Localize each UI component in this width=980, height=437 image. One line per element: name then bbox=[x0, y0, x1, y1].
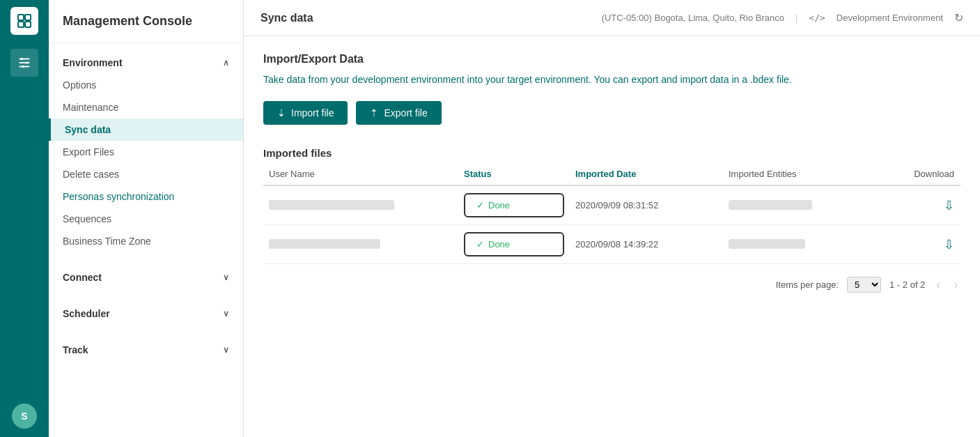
blurred-entities-2 bbox=[729, 239, 805, 249]
pagination-row: Items per page: 5 10 25 1 - 2 of 2 ‹ › bbox=[263, 277, 960, 293]
items-per-page-select[interactable]: 5 10 25 bbox=[847, 277, 881, 293]
top-bar: Sync data (UTC-05:00) Bogota, Lima, Quit… bbox=[244, 0, 980, 36]
download-icon-1[interactable]: ⇩ bbox=[944, 198, 954, 213]
sidebar-item-personas-sync[interactable]: Personas synchronization bbox=[49, 185, 243, 208]
cell-entities-1 bbox=[723, 200, 876, 210]
main-content: Sync data (UTC-05:00) Bogota, Lima, Quit… bbox=[244, 0, 980, 437]
import-file-button[interactable]: ⇣ Import file bbox=[263, 101, 348, 125]
cell-status-1: ✓ Done bbox=[458, 193, 570, 217]
cell-entities-2 bbox=[723, 239, 876, 250]
page-info: 1 - 2 of 2 bbox=[889, 279, 925, 290]
refresh-icon[interactable]: ↻ bbox=[954, 11, 963, 24]
status-wrapper-1: ✓ Done bbox=[464, 193, 564, 217]
svg-point-7 bbox=[21, 58, 24, 61]
svg-point-9 bbox=[22, 66, 24, 68]
app-title: Management Console bbox=[49, 0, 243, 43]
header-username: User Name bbox=[263, 169, 458, 179]
nav-section-track: Track ∨ bbox=[49, 330, 243, 367]
checkmark-icon-1: ✓ bbox=[476, 200, 484, 210]
table-header: User Name Status Imported Date Imported … bbox=[263, 169, 960, 186]
status-done-2: ✓ Done bbox=[476, 239, 552, 250]
blurred-entities-1 bbox=[729, 200, 812, 210]
svg-rect-3 bbox=[25, 22, 31, 27]
sidebar-item-business-time-zone[interactable]: Business Time Zone bbox=[49, 230, 243, 252]
nav-icon-settings[interactable] bbox=[10, 49, 38, 77]
status-done-1: ✓ Done bbox=[476, 200, 552, 210]
checkmark-icon-2: ✓ bbox=[476, 239, 484, 250]
nav-section-connect: Connect ∨ bbox=[49, 258, 243, 294]
svg-rect-1 bbox=[25, 15, 31, 20]
svg-point-8 bbox=[26, 61, 29, 64]
header-imported-date: Imported Date bbox=[570, 169, 723, 179]
timezone-label: (UTC-05:00) Bogota, Lima, Quito, Rio Bra… bbox=[602, 13, 784, 23]
blurred-username-2 bbox=[269, 239, 380, 249]
export-file-button[interactable]: ⇡ Export file bbox=[356, 101, 441, 125]
cell-status-2: ✓ Done bbox=[458, 232, 570, 256]
table-row: ✓ Done 2020/09/08 14:39:22 ⇩ bbox=[263, 225, 960, 264]
blurred-username-1 bbox=[269, 200, 394, 210]
top-bar-right: (UTC-05:00) Bogota, Lima, Quito, Rio Bra… bbox=[602, 11, 963, 24]
cell-date-1: 2020/09/09 08:31:52 bbox=[570, 200, 723, 210]
export-icon: ⇡ bbox=[370, 107, 378, 118]
svg-rect-2 bbox=[18, 22, 24, 27]
items-per-page-label: Items per page: bbox=[776, 279, 839, 290]
sidebar-item-delete-cases[interactable]: Delete cases bbox=[49, 163, 243, 185]
nav-section-scheduler-header[interactable]: Scheduler ∨ bbox=[49, 305, 243, 325]
description-text: Take data from your development environm… bbox=[263, 72, 960, 87]
chevron-down-icon-track: ∨ bbox=[223, 345, 229, 355]
cell-username-2 bbox=[263, 239, 458, 250]
download-icon-2[interactable]: ⇩ bbox=[944, 237, 954, 252]
imported-files-title: Imported files bbox=[263, 147, 960, 159]
sidebar-item-export-files[interactable]: Export Files bbox=[49, 141, 243, 163]
page-title: Sync data bbox=[260, 12, 313, 24]
header-status: Status bbox=[458, 169, 570, 179]
nav-section-environment-header[interactable]: Environment ∧ bbox=[49, 54, 243, 74]
prev-page-button[interactable]: ‹ bbox=[933, 279, 942, 291]
app-logo bbox=[10, 7, 38, 35]
divider: | bbox=[795, 13, 798, 23]
cell-username-1 bbox=[263, 200, 458, 210]
sidebar-item-sequences[interactable]: Sequences bbox=[49, 208, 243, 230]
content-area: Import/Export Data Take data from your d… bbox=[244, 36, 980, 437]
chevron-down-icon-scheduler: ∨ bbox=[223, 309, 229, 319]
header-imported-entities: Imported Entities bbox=[723, 169, 876, 179]
sidebar-item-maintenance[interactable]: Maintenance bbox=[49, 96, 243, 118]
nav-section-connect-header[interactable]: Connect ∨ bbox=[49, 269, 243, 289]
left-navigation: Management Console Environment ∧ Options… bbox=[49, 0, 244, 437]
chevron-up-icon: ∧ bbox=[223, 58, 229, 68]
imported-files-table: User Name Status Imported Date Imported … bbox=[263, 169, 960, 264]
chevron-down-icon-connect: ∨ bbox=[223, 273, 229, 282]
cell-date-2: 2020/09/08 14:39:22 bbox=[570, 239, 723, 250]
nav-section-track-header[interactable]: Track ∨ bbox=[49, 342, 243, 361]
sidebar-item-sync-data[interactable]: Sync data bbox=[49, 118, 243, 141]
button-row: ⇣ Import file ⇡ Export file bbox=[263, 101, 960, 125]
table-row: ✓ Done 2020/09/09 08:31:52 ⇩ bbox=[263, 186, 960, 225]
code-icon: </> bbox=[809, 13, 825, 23]
cell-download-1: ⇩ bbox=[876, 198, 960, 213]
next-page-button[interactable]: › bbox=[951, 279, 960, 291]
sidebar-item-options[interactable]: Options bbox=[49, 74, 243, 96]
icon-sidebar: S bbox=[0, 0, 49, 437]
environment-label: Development Environment bbox=[837, 13, 943, 23]
import-export-title: Import/Export Data bbox=[263, 53, 960, 66]
cell-download-2: ⇩ bbox=[876, 237, 960, 252]
nav-section-environment: Environment ∧ Options Maintenance Sync d… bbox=[49, 43, 243, 258]
header-download: Download bbox=[876, 169, 960, 179]
import-icon: ⇣ bbox=[277, 107, 286, 118]
nav-section-scheduler: Scheduler ∨ bbox=[49, 294, 243, 330]
svg-rect-0 bbox=[18, 15, 24, 20]
user-avatar[interactable]: S bbox=[12, 404, 37, 429]
status-wrapper-2: ✓ Done bbox=[464, 232, 564, 256]
